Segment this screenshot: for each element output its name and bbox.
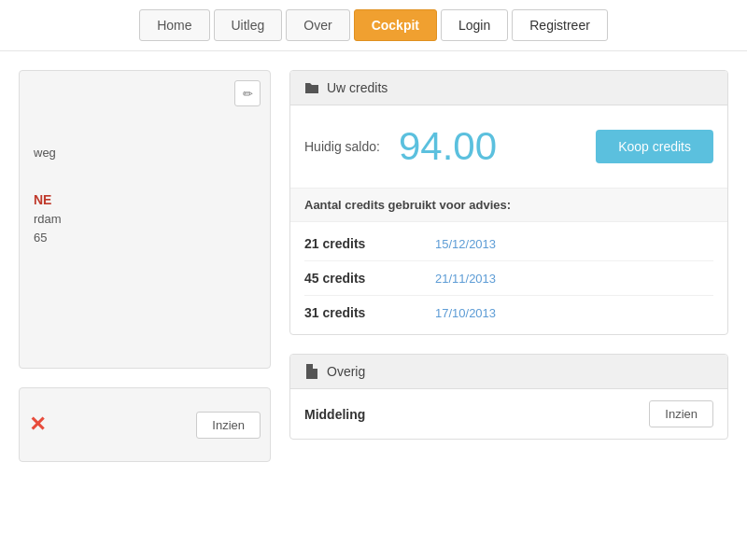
credit-row: 21 credits15/12/2013: [304, 227, 713, 261]
credits-card-title: Uw credits: [327, 80, 388, 95]
left-card-top: ✏ weg NE rdam 65: [19, 70, 271, 369]
koop-credits-button[interactable]: Koop credits: [596, 130, 713, 163]
credit-date: 17/10/2013: [435, 306, 496, 320]
credits-body: Huidig saldo: 94.00 Koop credits: [290, 105, 727, 189]
nav-uitleg[interactable]: Uitleg: [214, 9, 283, 41]
credit-amount: 21 credits: [304, 236, 416, 251]
overig-body: Middeling Inzien: [290, 389, 727, 439]
left-panel: ✏ weg NE rdam 65 ✕ Inzien: [19, 70, 271, 462]
right-panel: Uw credits Huidig saldo: 94.00 Koop cred…: [289, 70, 728, 462]
nav-home[interactable]: Home: [139, 9, 209, 41]
city2-partial: rdam: [34, 212, 256, 226]
credits-card-header: Uw credits: [290, 71, 727, 105]
file-icon: [304, 364, 319, 379]
nav-login[interactable]: Login: [441, 9, 508, 41]
credit-amount: 45 credits: [304, 271, 416, 286]
inzien-button-overig[interactable]: Inzien: [649, 400, 713, 427]
highlight-text: NE: [34, 192, 256, 207]
middeling-label: Middeling: [304, 407, 365, 422]
nav-over[interactable]: Over: [286, 9, 349, 41]
left-card-text: weg NE rdam 65: [29, 80, 261, 254]
credit-row: 45 credits21/11/2013: [304, 261, 713, 296]
saldo-label: Huidig saldo:: [304, 139, 380, 154]
credit-amount: 31 credits: [304, 305, 416, 320]
main-content: ✏ weg NE rdam 65 ✕ Inzien: [0, 51, 747, 481]
overig-card-title: Overig: [327, 364, 365, 379]
nav-cockpit[interactable]: Cockpit: [354, 9, 437, 41]
credit-date: 15/12/2013: [435, 237, 496, 251]
left-card-bottom: ✕ Inzien: [19, 387, 271, 462]
nav-registreer[interactable]: Registreer: [512, 9, 608, 41]
number-partial: 65: [34, 231, 256, 245]
credits-table-body: 21 credits15/12/201345 credits21/11/2013…: [290, 222, 727, 334]
edit-icon[interactable]: ✏: [234, 80, 261, 106]
credits-table-header: Aantal credits gebruikt voor advies:: [290, 189, 727, 222]
x-icon: ✕: [29, 413, 46, 437]
city-partial: weg: [34, 146, 256, 160]
credit-row: 31 credits17/10/2013: [304, 296, 713, 329]
credit-date: 21/11/2013: [435, 272, 496, 286]
inzien-button-left[interactable]: Inzien: [196, 412, 261, 439]
overig-card-header: Overig: [290, 355, 727, 389]
saldo-value: 94.00: [399, 124, 577, 169]
overig-card: Overig Middeling Inzien: [289, 354, 728, 440]
folder-icon: [304, 80, 319, 95]
credits-card: Uw credits Huidig saldo: 94.00 Koop cred…: [289, 70, 728, 335]
navbar: Home Uitleg Over Cockpit Login Registree…: [0, 0, 747, 51]
